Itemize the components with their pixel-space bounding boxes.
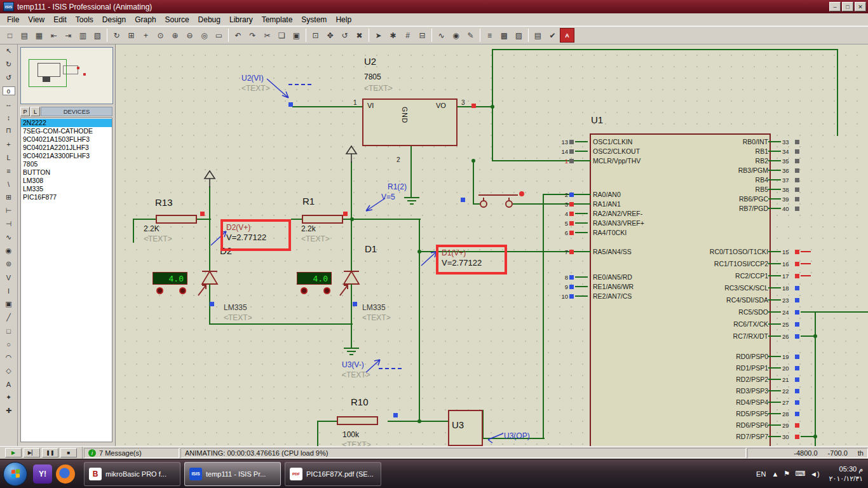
packaging-tool[interactable]: #	[400, 28, 415, 43]
bill-of-materials[interactable]: ▤	[531, 28, 545, 43]
u1-pin-6[interactable]: 6RA4/T0CKI	[552, 228, 755, 237]
minimize-button[interactable]: –	[829, 2, 841, 11]
r1-ref[interactable]: R1	[302, 196, 315, 207]
d1-lm335-symbol[interactable]	[339, 264, 365, 297]
u1-pin-25[interactable]: RC6/TX/CK25	[613, 320, 816, 329]
taskbar-button[interactable]: PDFPIC16F87X.pdf (SE...	[285, 462, 381, 486]
u3-vminus-probe-label[interactable]: U3(V-)	[342, 360, 364, 369]
menu-template[interactable]: Template	[257, 14, 297, 25]
wire-segment[interactable]	[292, 106, 362, 107]
virtual-instruments-mode[interactable]: ▣	[2, 297, 16, 311]
u1-pin-39[interactable]: RB6/PGC39	[613, 194, 816, 203]
wire-segment[interactable]	[410, 146, 412, 198]
block-move[interactable]: ✥	[323, 28, 337, 43]
u1-pin-22[interactable]: RD3/PSP322	[613, 386, 816, 395]
wire-segment[interactable]	[209, 186, 210, 265]
u2-vi-probe-label[interactable]: U2(VI)	[241, 74, 264, 83]
u1-pin-30[interactable]: RD7/PSP730	[613, 432, 816, 441]
device-item[interactable]: 9C04021A3300FLHF3	[21, 152, 112, 160]
menu-view[interactable]: View	[24, 14, 49, 25]
u3-ref[interactable]: U3	[452, 419, 464, 430]
decompose[interactable]: ⊟	[415, 28, 430, 43]
wire-segment[interactable]	[351, 219, 421, 220]
u1-pin-27[interactable]: RD4/PSP427	[613, 398, 816, 407]
2d-symbol-mode[interactable]: ✦	[2, 391, 16, 404]
device-item[interactable]: 2N2222	[21, 119, 112, 127]
redo[interactable]: ↷	[245, 28, 260, 43]
u1-pin-38[interactable]: RB538	[613, 185, 816, 194]
new-design[interactable]: □	[3, 28, 17, 43]
d2-part[interactable]: LM335	[224, 303, 247, 312]
menu-debug[interactable]: Debug	[194, 14, 225, 25]
zoom-in[interactable]: ⊕	[168, 28, 182, 43]
d1-terminal[interactable]	[301, 287, 308, 294]
library-button[interactable]: L	[31, 107, 40, 116]
zoom-all[interactable]: ◎	[197, 28, 212, 43]
device-item[interactable]: BUTTON	[21, 168, 112, 177]
refresh-display[interactable]: ↻	[109, 28, 124, 43]
block-delete[interactable]: ✖	[352, 28, 367, 43]
u1-pin-35[interactable]: RB235	[613, 156, 816, 165]
r1-2-probe-label[interactable]: R1(2)	[388, 182, 407, 191]
d2-terminal[interactable]	[156, 287, 163, 294]
2d-path-mode[interactable]: ◇	[2, 364, 16, 377]
menu-help[interactable]: Help	[331, 14, 356, 25]
device-item[interactable]: LM335	[21, 185, 112, 193]
menu-graph[interactable]: Graph	[130, 14, 160, 25]
r10-body[interactable]	[337, 416, 378, 425]
overview-minimap[interactable]	[20, 47, 113, 104]
device-item[interactable]: PIC16F877	[21, 193, 112, 201]
search-tag[interactable]: ◉	[449, 28, 463, 43]
pick-devices-button[interactable]: P	[20, 107, 30, 116]
zoom-area[interactable]: ▭	[212, 28, 226, 43]
u1-pin-26[interactable]: RC7/RX/DT26	[613, 332, 816, 341]
current-probe-mode[interactable]: I	[2, 284, 16, 297]
u1-pin-18[interactable]: RC3/SCK/SCL18	[613, 283, 816, 292]
2d-line-mode[interactable]: ╱	[2, 311, 16, 324]
button-component[interactable]	[473, 187, 528, 210]
menu-file[interactable]: File	[3, 14, 24, 25]
language-indicator[interactable]: EN	[756, 470, 766, 478]
wire-segment[interactable]	[317, 421, 318, 446]
toggle-false-origin[interactable]: +	[139, 28, 153, 43]
wire-segment[interactable]	[419, 251, 420, 422]
u1-pin-33[interactable]: RB0/INT33	[613, 137, 816, 146]
wire-segment[interactable]	[318, 421, 338, 422]
wire-autorouter[interactable]: ∿	[434, 28, 449, 43]
d2-lm335-symbol[interactable]	[197, 264, 224, 297]
u1-pin-15[interactable]: RC0/T1OSO/T1CKI15	[613, 247, 816, 256]
voltage-probe-mode[interactable]: V	[2, 271, 16, 284]
mirror-vertical[interactable]: ↕	[2, 111, 16, 124]
menu-source[interactable]: Source	[161, 14, 194, 25]
toggle-grid[interactable]: ⊞	[124, 28, 139, 43]
u1-pin-36[interactable]: RB3/PGM36	[613, 166, 816, 175]
2d-text-mode[interactable]: A	[2, 377, 16, 391]
menu-design[interactable]: Design	[98, 14, 130, 25]
volume-icon[interactable]: ◄)	[810, 470, 820, 478]
u1-pin-5[interactable]: 5RA3/AN3/VREF+	[552, 219, 755, 227]
export-section[interactable]: ⇥	[61, 28, 76, 43]
property-assignment[interactable]: ✎	[463, 28, 478, 43]
action-center-flag[interactable]: ⚑	[783, 470, 790, 478]
zoom-out[interactable]: ⊖	[182, 28, 197, 43]
firefox-icon[interactable]	[56, 464, 75, 484]
schematic-canvas[interactable]: U2 7805 <TEXT> VI VO GND 1 3 2 U1 R13 2.…	[116, 44, 868, 446]
design-explorer[interactable]: ≡	[482, 28, 497, 43]
u2-value[interactable]: 7805	[364, 72, 381, 81]
u2-ref[interactable]: U2	[364, 56, 376, 67]
device-item[interactable]: LM308	[21, 177, 112, 185]
wire-segment[interactable]	[351, 161, 352, 265]
u1-pin-40[interactable]: RB7/PGD40	[613, 204, 816, 213]
wire-segment[interactable]	[351, 294, 352, 348]
mirror-horizontal[interactable]: ↔	[2, 97, 16, 111]
open-design[interactable]: ▤	[17, 28, 32, 43]
2d-arc-mode[interactable]: ◠	[2, 351, 16, 364]
d1-part[interactable]: LM335	[362, 303, 386, 312]
menu-system[interactable]: System	[297, 14, 331, 25]
print-design[interactable]: ▥	[76, 28, 90, 43]
wire-segment[interactable]	[133, 219, 156, 220]
taskbar-clock[interactable]: 05:30 م ٢٠١٠/١٢/٣١	[829, 464, 863, 483]
yahoo-messenger-icon[interactable]: Y!	[33, 464, 52, 484]
step-button[interactable]: ▶▏	[24, 448, 40, 458]
close-button[interactable]: ✕	[855, 2, 866, 11]
